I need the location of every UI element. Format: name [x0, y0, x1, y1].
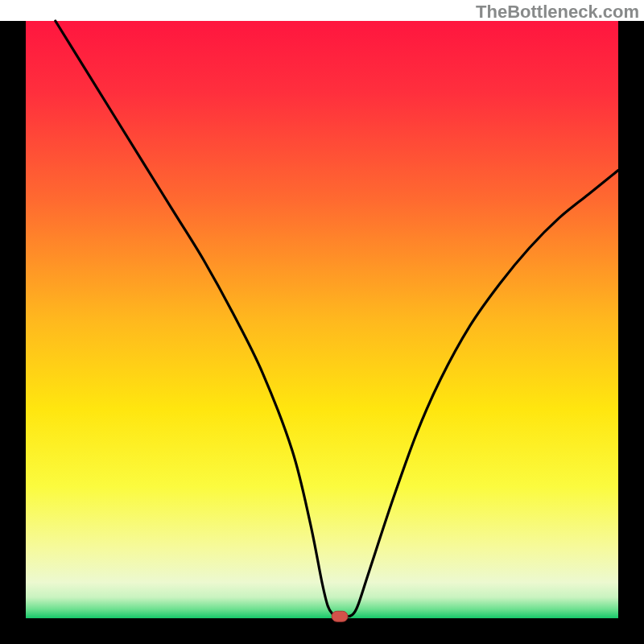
bottleneck-chart [0, 0, 644, 644]
chart-container: TheBottleneck.com [0, 0, 644, 644]
watermark-text: TheBottleneck.com [476, 2, 639, 23]
bottleneck-marker [332, 611, 348, 621]
svg-rect-1 [26, 21, 618, 618]
